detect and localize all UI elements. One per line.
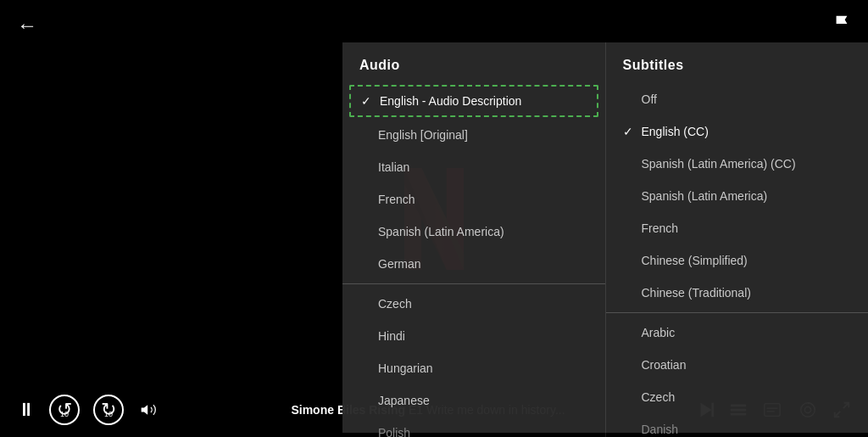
subtitles-header: Subtitles	[606, 42, 869, 83]
subtitle-item-label: English (CC)	[642, 125, 709, 138]
audio-item-english-audio-desc[interactable]: ✓ English - Audio Description	[349, 85, 598, 117]
subtitle-item-czech[interactable]: Czech	[606, 381, 869, 413]
subtitle-item-label: Danish	[642, 423, 679, 436]
subtitle-item-arabic[interactable]: Arabic	[606, 317, 869, 349]
audio-item-label: Hindi	[378, 329, 405, 343]
audio-item-italian[interactable]: Italian	[342, 151, 605, 183]
subtitle-item-label: French	[642, 221, 679, 235]
volume-icon	[137, 401, 159, 418]
rewind-label: 10	[60, 410, 69, 418]
audio-item-label: French	[378, 193, 415, 206]
audio-item-label: German	[378, 257, 421, 271]
audio-item-polish[interactable]: Polish	[342, 417, 605, 437]
subtitle-item-chinese-traditional[interactable]: Chinese (Traditional)	[606, 277, 869, 309]
back-arrow-icon: ←	[17, 14, 37, 37]
audio-item-label: English - Audio Description	[380, 94, 521, 108]
audio-item-label: Spanish (Latin America)	[378, 225, 504, 238]
flag-icon	[832, 14, 851, 32]
forward-button[interactable]: ↻ 10	[93, 395, 124, 425]
subtitle-item-label: Spanish (Latin America)	[642, 189, 768, 203]
subtitle-item-french[interactable]: French	[606, 212, 869, 244]
subtitle-item-off[interactable]: Off	[606, 83, 869, 115]
check-icon: ✓	[361, 94, 373, 108]
subtitle-item-label: Arabic	[642, 326, 676, 339]
subtitle-item-danish[interactable]: Danish	[606, 413, 869, 437]
audio-item-czech[interactable]: Czech	[342, 288, 605, 320]
subtitle-item-english-cc[interactable]: ✓ English (CC)	[606, 115, 869, 148]
audio-item-hindi[interactable]: Hindi	[342, 320, 605, 352]
play-pause-button[interactable]: ⏸	[17, 399, 36, 421]
subtitles-column: Subtitles Off ✓ English (CC) Spanish (La…	[606, 42, 869, 437]
subtitle-item-label: Chinese (Traditional)	[642, 286, 751, 300]
back-button[interactable]: ←	[17, 14, 37, 37]
audio-items-list: ✓ English - Audio Description English [O…	[342, 83, 605, 437]
audio-item-label: English [Original]	[378, 128, 468, 142]
audio-item-spanish-latin[interactable]: Spanish (Latin America)	[342, 216, 605, 248]
forward-label: 10	[104, 410, 113, 418]
subtitle-item-label: Off	[642, 92, 657, 106]
audio-header: Audio	[342, 42, 605, 83]
audio-item-label: Czech	[378, 297, 412, 311]
flag-button[interactable]	[832, 14, 851, 37]
subtitle-item-label: Chinese (Simplified)	[642, 254, 748, 267]
audio-item-label: Hungarian	[378, 361, 433, 375]
subtitle-divider	[606, 312, 869, 313]
subtitle-item-label: Croatian	[642, 358, 687, 372]
audio-subtitles-panel: Audio ✓ English - Audio Description Engl…	[342, 42, 868, 433]
subtitle-item-label: Spanish (Latin America) (CC)	[642, 157, 796, 171]
subtitle-item-chinese-simplified[interactable]: Chinese (Simplified)	[606, 244, 869, 277]
audio-item-hungarian[interactable]: Hungarian	[342, 352, 605, 384]
audio-item-english-original[interactable]: English [Original]	[342, 119, 605, 151]
subtitle-item-croatian[interactable]: Croatian	[606, 349, 869, 381]
svg-marker-5	[142, 405, 148, 415]
audio-item-label: Japanese	[378, 394, 430, 407]
volume-button[interactable]	[137, 401, 159, 418]
rewind-button[interactable]: ↺ 10	[49, 395, 80, 425]
audio-item-french[interactable]: French	[342, 183, 605, 216]
subtitles-items-list: Off ✓ English (CC) Spanish (Latin Americ…	[606, 83, 869, 437]
audio-item-label: Italian	[378, 160, 409, 174]
audio-item-label: Polish	[378, 426, 410, 437]
subtitle-item-spanish-latin[interactable]: Spanish (Latin America)	[606, 180, 869, 212]
subtitle-item-label: Czech	[642, 390, 676, 404]
audio-column: Audio ✓ English - Audio Description Engl…	[342, 42, 606, 437]
audio-divider	[342, 283, 605, 284]
subtitle-item-spanish-latin-cc[interactable]: Spanish (Latin America) (CC)	[606, 148, 869, 180]
audio-item-german[interactable]: German	[342, 248, 605, 280]
audio-item-japanese[interactable]: Japanese	[342, 384, 605, 417]
